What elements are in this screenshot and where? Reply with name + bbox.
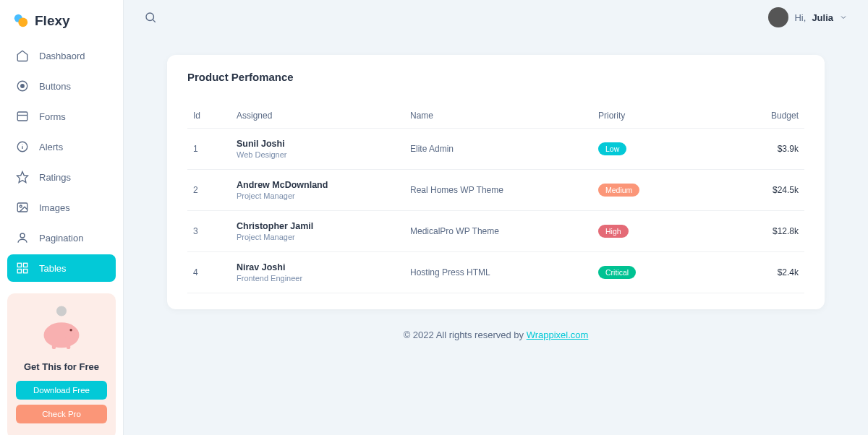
svg-point-12 (20, 233, 25, 238)
cell-id: 1 (187, 129, 231, 170)
col-assigned: Assigned (231, 103, 404, 129)
cell-project: MedicalPro WP Theme (404, 211, 592, 252)
sidebar-item-ratings[interactable]: Ratings (7, 163, 116, 191)
target-icon (16, 79, 29, 92)
logo-icon (13, 13, 29, 29)
check-pro-button[interactable]: Check Pro (16, 405, 107, 423)
cell-priority: High (592, 211, 694, 252)
nav-label: Pagination (39, 233, 83, 244)
svg-point-3 (21, 85, 25, 88)
col-name: Name (404, 103, 592, 129)
priority-badge: Medium (598, 184, 639, 197)
search-icon[interactable] (144, 11, 157, 24)
grid-icon (16, 262, 29, 275)
svg-point-20 (56, 306, 67, 316)
cell-assigned: Andrew McDownland Project Manager (231, 170, 404, 211)
nav-label: Images (39, 202, 70, 213)
promo-title: Get This for Free (16, 361, 107, 372)
assigned-role: Project Manager (237, 233, 399, 241)
cell-budget: $24.5k (694, 170, 804, 211)
priority-badge: Low (598, 142, 626, 155)
svg-marker-9 (17, 172, 28, 183)
cell-priority: Medium (592, 170, 694, 211)
sidebar-item-forms[interactable]: Forms (7, 103, 116, 130)
priority-badge: High (598, 225, 629, 238)
table-row: 1 Sunil Joshi Web Designer Elite Admin L… (187, 129, 804, 170)
footer: © 2022 All rights reserved by Wrappixel.… (167, 309, 825, 348)
svg-point-23 (146, 13, 154, 21)
logo[interactable]: Flexy (0, 13, 123, 42)
nav-label: Alerts (39, 142, 63, 152)
content: Product Perfomance Id Assigned Name Prio… (124, 35, 868, 435)
assigned-name: Sunil Joshi (237, 139, 399, 149)
table-header-row: Id Assigned Name Priority Budget (187, 103, 804, 129)
cell-id: 2 (187, 170, 231, 211)
cell-priority: Critical (592, 252, 694, 293)
sidebar-item-tables[interactable]: Tables (7, 254, 116, 282)
cell-assigned: Sunil Joshi Web Designer (231, 129, 404, 170)
product-performance-card: Product Perfomance Id Assigned Name Prio… (167, 55, 825, 309)
sidebar-item-pagination[interactable]: Pagination (7, 224, 116, 251)
user-greeting: Hi, (794, 12, 806, 23)
user-name: Julia (812, 12, 833, 23)
footer-link[interactable]: Wrappixel.com (527, 330, 589, 340)
assigned-role: Project Manager (237, 191, 399, 200)
nav-label: Dashbaord (39, 51, 85, 61)
sidebar-item-buttons[interactable]: Buttons (7, 72, 116, 100)
performance-table: Id Assigned Name Priority Budget 1 Sunil… (187, 103, 804, 293)
col-id: Id (187, 103, 231, 129)
nav-label: Forms (39, 111, 66, 122)
col-priority: Priority (592, 103, 694, 129)
svg-rect-15 (17, 270, 21, 273)
svg-rect-13 (17, 263, 21, 267)
sidebar: Flexy Dashbaord Buttons Forms Alerts Rat… (0, 0, 123, 435)
home-icon (16, 49, 29, 62)
assigned-role: Web Designer (237, 150, 399, 159)
priority-badge: Critical (598, 266, 636, 279)
nav-label: Tables (39, 263, 67, 274)
chevron-down-icon (839, 13, 848, 22)
svg-rect-4 (17, 112, 27, 121)
header: Hi, Julia (124, 0, 868, 35)
table-row: 3 Christopher Jamil Project Manager Medi… (187, 211, 804, 252)
sidebar-item-images[interactable]: Images (7, 194, 116, 221)
cell-id: 3 (187, 211, 231, 252)
col-budget: Budget (694, 103, 804, 129)
brand-name: Flexy (35, 13, 70, 29)
cell-budget: $2.4k (694, 252, 804, 293)
nav-label: Buttons (39, 81, 71, 92)
user-menu[interactable]: Hi, Julia (768, 7, 848, 27)
avatar (768, 7, 788, 27)
user-icon (16, 231, 29, 244)
cell-assigned: Nirav Joshi Frontend Engineer (231, 252, 404, 293)
sidebar-nav: Dashbaord Buttons Forms Alerts Ratings I… (0, 42, 123, 285)
main: Hi, Julia Product Perfomance Id Assigned… (124, 0, 868, 435)
cell-budget: $12.8k (694, 211, 804, 252)
layout-icon (16, 110, 29, 123)
cell-assigned: Christopher Jamil Project Manager (231, 211, 404, 252)
svg-point-19 (69, 329, 72, 332)
piggy-bank-icon (36, 303, 87, 354)
sidebar-item-alerts[interactable]: Alerts (7, 133, 116, 160)
assigned-name: Christopher Jamil (237, 221, 399, 231)
footer-text: © 2022 All rights reserved by (404, 330, 527, 340)
svg-line-24 (153, 20, 155, 22)
svg-point-18 (64, 325, 75, 339)
cell-id: 4 (187, 252, 231, 293)
image-icon (16, 201, 29, 214)
svg-point-11 (20, 205, 22, 207)
nav-label: Ratings (39, 172, 71, 183)
sidebar-item-dashboard[interactable]: Dashbaord (7, 42, 116, 69)
assigned-name: Andrew McDownland (237, 180, 399, 190)
star-icon (16, 171, 29, 184)
card-title: Product Perfomance (187, 71, 804, 83)
download-free-button[interactable]: Download Free (16, 381, 107, 400)
svg-rect-16 (24, 270, 27, 273)
assigned-role: Frontend Engineer (237, 274, 399, 283)
cell-project: Real Homes WP Theme (404, 170, 592, 211)
cell-project: Hosting Press HTML (404, 252, 592, 293)
info-icon (16, 140, 29, 153)
promo-card: Get This for Free Download Free Check Pr… (7, 293, 116, 435)
svg-rect-22 (67, 343, 70, 349)
cell-budget: $3.9k (694, 129, 804, 170)
